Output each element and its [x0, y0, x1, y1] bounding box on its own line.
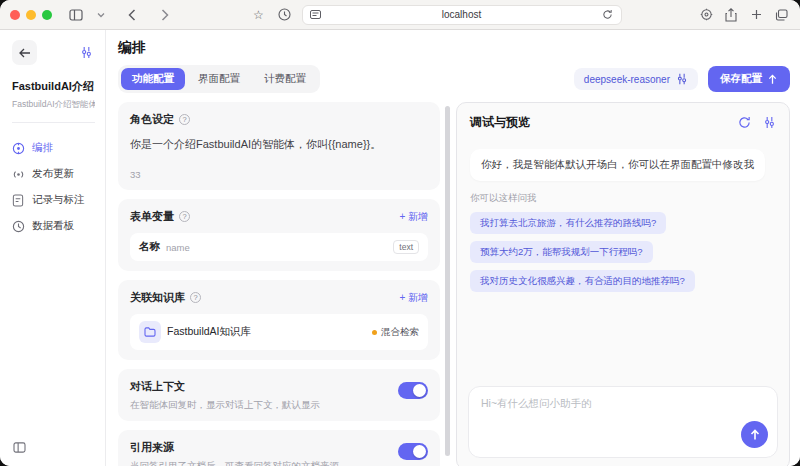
share-icon[interactable]	[722, 6, 740, 24]
clock-chart-icon	[12, 220, 25, 233]
tab-overview-icon[interactable]	[772, 6, 790, 24]
context-toggle[interactable]	[398, 382, 428, 399]
suggestion-pill[interactable]: 我打算去北京旅游，有什么推荐的路线吗?	[470, 212, 666, 234]
sidebar-item-dashboard[interactable]: 数据看板	[12, 213, 95, 239]
save-config-button[interactable]: 保存配置	[708, 66, 790, 92]
retrieval-status-dot	[372, 330, 377, 335]
window-controls	[10, 10, 52, 20]
chat-area: 你好，我是智能体默认开场白，你可以在界面配置中修改我 你可以这样问我 我打算去北…	[457, 137, 789, 378]
config-column: 角色设定 你是一个介绍FastbuildAI的智能体，你叫{{name}}。 3…	[118, 102, 440, 466]
variable-row[interactable]: 名称 name text	[130, 233, 428, 261]
welcome-message: 你好，我是智能体默认开场白，你可以在界面配置中修改我	[470, 149, 765, 181]
page-settings-icon[interactable]	[697, 6, 715, 24]
broadcast-icon	[12, 168, 25, 181]
model-sliders-icon	[676, 73, 688, 85]
context-toggle-title: 对话上下文	[130, 379, 388, 394]
chat-input[interactable]	[469, 387, 777, 457]
main-content: 编排 功能配置 界面配置 计费配置 deepseek-reasoner 保存配置	[106, 30, 800, 466]
tab-interface-config[interactable]: 界面配置	[187, 68, 251, 90]
address-bar-area: ☆ localhost	[181, 5, 690, 25]
citation-toggle-card: 引用来源 当回答引用了文档后，可查看回答对应的文档来源	[118, 430, 440, 466]
preview-settings-sliders-icon[interactable]	[763, 116, 776, 129]
back-icon[interactable]	[123, 6, 141, 24]
url-text: localhost	[322, 9, 602, 20]
retrieval-mode-label: 混合检索	[381, 326, 419, 339]
tab-billing-config[interactable]: 计费配置	[253, 68, 317, 90]
config-tab-group: 功能配置 界面配置 计费配置	[118, 65, 320, 93]
agent-subtitle: FastbuildAI介绍智能体	[12, 99, 95, 111]
role-setting-title: 角色设定	[130, 112, 174, 127]
help-icon[interactable]	[190, 292, 201, 303]
page-title: 编排	[118, 39, 790, 57]
debug-preview-panel: 调试与预览 你好，我是智能体默认开场白，你可以在界面配置中修改我	[456, 102, 790, 466]
browser-window: ☆ localhost	[0, 0, 800, 466]
knowledge-base-title: 关联知识库	[130, 290, 185, 305]
sidebar-item-publish[interactable]: 发布更新	[12, 161, 95, 187]
citation-toggle-desc: 当回答引用了文档后，可查看回答对应的文档来源	[130, 459, 388, 466]
close-window-button[interactable]	[10, 10, 20, 20]
save-config-label: 保存配置	[720, 72, 762, 86]
upload-arrow-icon	[767, 74, 778, 85]
form-variables-title: 表单变量	[130, 209, 174, 224]
toolbar: 功能配置 界面配置 计费配置 deepseek-reasoner 保存配置	[118, 65, 790, 93]
forward-icon[interactable]	[156, 6, 174, 24]
bookmark-star-icon[interactable]: ☆	[250, 6, 268, 24]
suggestion-pill[interactable]: 预算大约2万，能帮我规划一下行程吗?	[470, 241, 653, 263]
preview-title: 调试与预览	[470, 114, 530, 131]
sidebar-item-label: 数据看板	[32, 219, 74, 233]
document-icon	[12, 194, 25, 207]
knowledge-base-name: FastbuildAI知识库	[167, 325, 251, 339]
chat-input-box	[468, 386, 778, 458]
knowledge-row[interactable]: FastbuildAI知识库 混合检索	[130, 314, 428, 350]
browser-toolbar: ☆ localhost	[0, 0, 800, 30]
history-clock-icon[interactable]	[276, 6, 294, 24]
sidebar-item-label: 编排	[32, 141, 53, 155]
add-variable-button[interactable]: + 新增	[399, 210, 428, 224]
tab-function-config[interactable]: 功能配置	[121, 68, 185, 90]
sidebar-item-records[interactable]: 记录与标注	[12, 187, 95, 213]
refresh-icon[interactable]	[738, 116, 751, 129]
help-icon[interactable]	[179, 211, 190, 222]
model-name: deepseek-reasoner	[584, 74, 670, 85]
reload-icon[interactable]	[602, 6, 614, 24]
role-setting-card: 角色设定 你是一个介绍FastbuildAI的智能体，你叫{{name}}。 3…	[118, 102, 440, 190]
retrieval-mode: 混合检索	[372, 326, 419, 339]
sidebar-item-label: 记录与标注	[32, 193, 85, 207]
suggestion-pill[interactable]: 我对历史文化很感兴趣，有合适的目的地推荐吗?	[470, 270, 695, 292]
content-area: 角色设定 你是一个介绍FastbuildAI的智能体，你叫{{name}}。 3…	[118, 102, 790, 466]
agent-sidebar: FastbuildAI介绍 FastbuildAI介绍智能体 编排 发布更新 记	[0, 30, 106, 466]
minimize-window-button[interactable]	[26, 10, 36, 20]
role-prompt-textarea[interactable]: 你是一个介绍FastbuildAI的智能体，你叫{{name}}。	[130, 136, 428, 153]
app-root: FastbuildAI介绍 FastbuildAI介绍智能体 编排 发布更新 记	[0, 30, 800, 466]
sidebar-item-label: 发布更新	[32, 167, 74, 181]
chevron-down-icon[interactable]	[92, 6, 110, 24]
agent-settings-sliders-icon[interactable]	[77, 44, 95, 62]
back-button[interactable]	[12, 40, 37, 65]
citation-toggle-title: 引用来源	[130, 440, 388, 455]
config-scrollbar[interactable]	[445, 106, 450, 456]
agent-title: FastbuildAI介绍	[12, 79, 95, 94]
send-button[interactable]	[741, 421, 768, 448]
zoom-window-button[interactable]	[42, 10, 52, 20]
variable-key: name	[166, 242, 190, 253]
reader-page-icon[interactable]	[310, 6, 322, 24]
help-icon[interactable]	[179, 114, 190, 125]
model-selector[interactable]: deepseek-reasoner	[574, 68, 698, 90]
citation-toggle[interactable]	[398, 443, 428, 460]
orchestrate-icon	[12, 142, 25, 155]
context-toggle-card: 对话上下文 在智能体回复时，显示对话上下文，默认显示	[118, 369, 440, 421]
context-toggle-desc: 在智能体回复时，显示对话上下文，默认显示	[130, 398, 388, 411]
collapse-sidebar-icon[interactable]	[13, 439, 26, 457]
send-arrow-icon	[749, 429, 761, 441]
variable-name: 名称	[139, 240, 160, 254]
add-knowledge-button[interactable]: + 新增	[399, 291, 428, 305]
form-variables-card: 表单变量 + 新增 名称 name text	[118, 199, 440, 271]
char-count: 33	[130, 169, 428, 180]
suggestions-hint: 你可以这样问我	[470, 192, 776, 205]
new-tab-icon[interactable]	[747, 6, 765, 24]
browser-sidebar-icon[interactable]	[67, 6, 85, 24]
folder-icon	[139, 321, 161, 343]
variable-type-badge: text	[393, 240, 419, 254]
url-field[interactable]: localhost	[302, 5, 622, 25]
sidebar-item-orchestrate[interactable]: 编排	[12, 135, 95, 161]
